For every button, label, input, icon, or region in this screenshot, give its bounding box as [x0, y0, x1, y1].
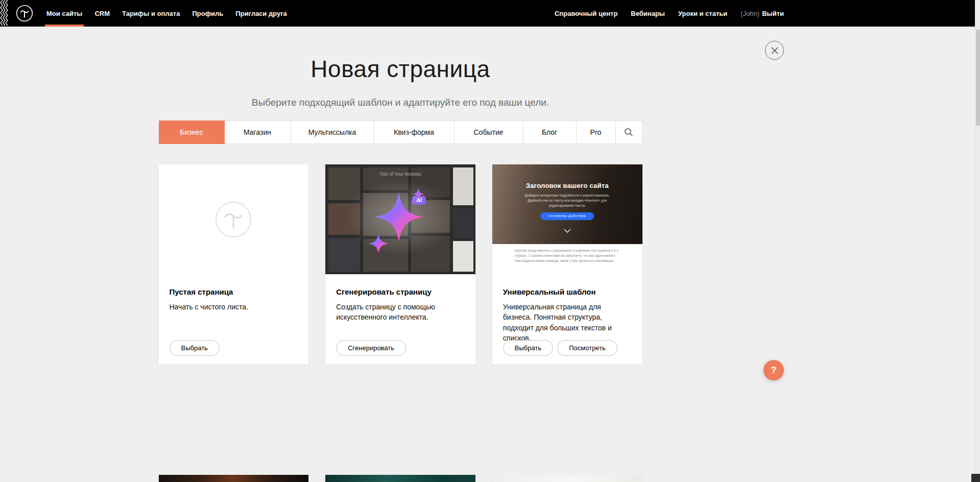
ai-badge: AI [412, 196, 426, 205]
tilda-watermark-icon [214, 201, 252, 238]
tab-event[interactable]: Событие [455, 120, 523, 144]
page-title: Новая страница [0, 55, 801, 83]
screenshot-collage: Title of Your Website [325, 164, 475, 274]
template-cover-subheading: Добавьте интересные подробности о вашей … [518, 193, 616, 208]
nav-lessons[interactable]: Уроки и статьи [678, 10, 727, 17]
scroll-corner [971, 474, 980, 482]
tilda-logo-icon[interactable] [16, 5, 33, 22]
scrollbar-thumb[interactable] [976, 29, 980, 126]
card-title: Пустая страница [170, 287, 298, 296]
tab-pro[interactable]: Pro [577, 120, 616, 144]
choose-blank-button[interactable]: Выбрать [170, 340, 220, 356]
card-generate-page: Title of Your Website [325, 164, 475, 365]
nav-crm[interactable]: CRM [88, 0, 116, 27]
ai-collage-preview: Title of Your Website [325, 164, 475, 274]
user-menu[interactable]: (John) Выйти [740, 10, 784, 17]
tab-business[interactable]: Бизнес [159, 120, 225, 144]
tab-blog[interactable]: Блог [523, 120, 577, 144]
generate-button[interactable]: Сгенерировать [336, 340, 406, 356]
template-cards-row-partial [159, 475, 642, 482]
ai-sparkle-icon [355, 174, 442, 260]
nav-my-sites[interactable]: Мои сайты [40, 0, 88, 27]
template-card-partial[interactable] [159, 475, 309, 482]
search-tab[interactable] [616, 120, 642, 144]
template-card-partial[interactable] [492, 475, 642, 482]
help-button[interactable]: ? [763, 360, 784, 380]
nav-profile[interactable]: Профиль [186, 0, 229, 27]
card-description: Создать страницу с помощью искусственног… [336, 302, 465, 323]
nav-tariffs[interactable]: Тарифы и оплата [116, 0, 186, 27]
nav-help-center[interactable]: Справочный центр [555, 10, 617, 17]
tab-quiz-form[interactable]: Квиз-форма [374, 120, 455, 144]
top-navbar: Мои сайты CRM Тарифы и оплата Профиль Пр… [0, 0, 980, 27]
template-cover-image: Заголовок вашего сайта Добавьте интересн… [492, 164, 642, 244]
template-body-text: Коротко представьтесь и расскажите о ком… [515, 248, 620, 274]
card-description: Универсальная страница для бизнеса. Поня… [503, 302, 632, 343]
zigzag-decoration-icon [0, 0, 9, 27]
template-category-tabs: Бизнес Магазин Мультиссылка Квиз-форма С… [159, 120, 642, 144]
navbar-inner: Мои сайты CRM Тарифы и оплата Профиль Пр… [0, 0, 801, 27]
tab-multilink[interactable]: Мультиссылка [291, 120, 374, 144]
main-menu: Мои сайты CRM Тарифы и оплата Профиль Пр… [40, 0, 293, 27]
secondary-menu: Справочный центр Вебинары Уроки и статьи… [555, 0, 784, 27]
preview-universal-button[interactable]: Посмотреть [557, 340, 617, 356]
nav-invite-friend[interactable]: Пригласи друга [229, 0, 293, 27]
template-text-section: Коротко представьтесь и расскажите о ком… [492, 244, 642, 274]
choose-universal-button[interactable]: Выбрать [503, 340, 553, 356]
tab-shop[interactable]: Магазин [225, 120, 291, 144]
nav-webinars[interactable]: Вебинары [631, 10, 665, 17]
template-cards-row: Пустая страница Начать с чистого листа. … [159, 164, 642, 365]
scrollbar-track[interactable] [975, 0, 980, 482]
universal-template-preview: Заголовок вашего сайта Добавьте интересн… [492, 164, 642, 274]
magnifier-icon [624, 128, 633, 137]
close-button[interactable] [765, 41, 784, 60]
template-cover-button: Основное действие [540, 212, 594, 220]
card-title: Универсальный шаблон [503, 287, 632, 296]
logout-link[interactable]: Выйти [762, 10, 784, 17]
new-page-dialog: Новая страница Выберите подходящий шабло… [0, 27, 801, 365]
template-cover-heading: Заголовок вашего сайта [526, 182, 609, 189]
card-title: Сгенерировать страницу [336, 287, 465, 296]
user-name: (John) [740, 10, 759, 17]
card-description: Начать с чистого листа. [170, 302, 298, 312]
card-universal-template: Заголовок вашего сайта Добавьте интересн… [492, 164, 642, 365]
page-subtitle: Выберите подходящий шаблон и адаптируйте… [0, 97, 801, 108]
blank-page-preview [159, 164, 309, 274]
card-blank-page: Пустая страница Начать с чистого листа. … [159, 164, 309, 365]
template-card-partial[interactable] [325, 475, 475, 482]
close-icon [771, 47, 778, 54]
chevron-down-icon [564, 226, 571, 235]
